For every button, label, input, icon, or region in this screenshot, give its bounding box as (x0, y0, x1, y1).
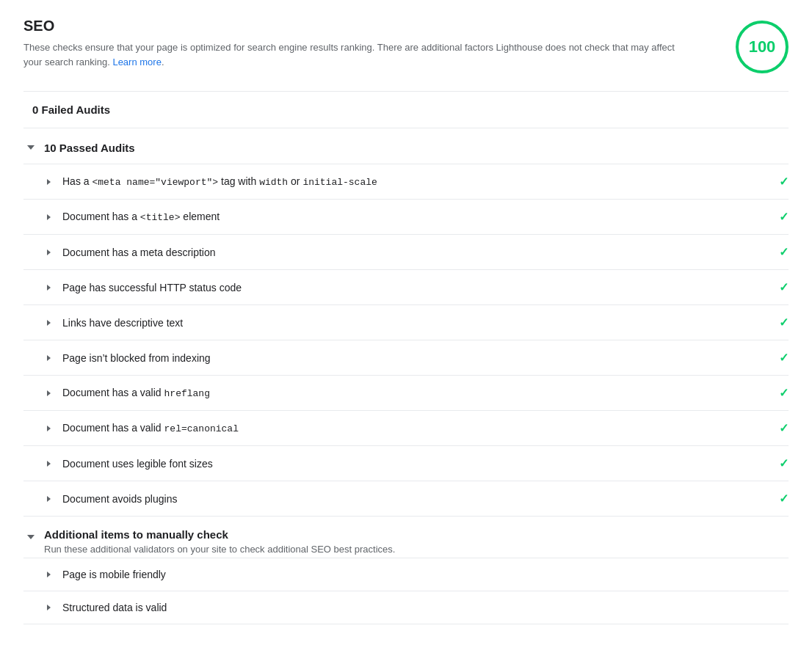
audit-text-meta-desc: Document has a meta description (62, 247, 767, 258)
audit-check-title: ✓ (779, 210, 789, 224)
section-description: These checks ensure that your page is op… (23, 40, 684, 69)
audit-chevron-plugins (47, 496, 51, 502)
audit-text-http-status: Page has successful HTTP status code (62, 282, 767, 293)
passed-audits-label: 10 Passed Audits (44, 142, 135, 154)
audit-text-font-sizes: Document uses legible font sizes (62, 458, 767, 470)
passed-audits-section-header[interactable]: 10 Passed Audits (23, 128, 789, 164)
chevron-down-icon (27, 145, 35, 150)
audit-item-canonical[interactable]: Document has a valid rel=canonical ✓ (23, 411, 789, 446)
audit-text-indexing: Page isn’t blocked from indexing (62, 352, 767, 364)
chevron-right-icon (47, 605, 51, 610)
chevron-right-icon (47, 572, 51, 577)
audit-check-viewport: ✓ (779, 175, 789, 189)
manual-audit-structured-data[interactable]: Structured data is valid (23, 591, 789, 624)
audit-item-indexing[interactable]: Page isn’t blocked from indexing ✓ (23, 340, 789, 376)
chevron-right-icon (47, 426, 51, 431)
audit-check-links: ✓ (779, 315, 789, 329)
passed-audits-chevron-icon (23, 140, 38, 155)
audit-text-hreflang: Document has a valid hreflang (62, 387, 767, 399)
audit-text-canonical: Document has a valid rel=canonical (62, 422, 767, 434)
additional-chevron-icon (23, 530, 38, 544)
audit-item-title[interactable]: Document has a <title> element ✓ (23, 200, 789, 235)
code-hreflang: hreflang (164, 388, 210, 399)
seo-header: SEO These checks ensure that your page i… (23, 18, 789, 73)
code-meta-viewport: <meta name="viewport"> (92, 177, 218, 188)
code-width: width (259, 177, 288, 188)
audit-chevron-font-sizes (47, 461, 51, 467)
audit-chevron-links (47, 320, 51, 326)
additional-header-content: Additional items to manually check Run t… (44, 528, 789, 555)
audit-text-viewport: Has a <meta name="viewport"> tag with wi… (62, 175, 767, 188)
chevron-right-icon (47, 461, 51, 467)
code-canonical: rel=canonical (164, 423, 239, 434)
audit-chevron-structured-data (47, 605, 51, 610)
audit-item-hreflang[interactable]: Document has a valid hreflang ✓ (23, 376, 789, 411)
audit-text-structured-data: Structured data is valid (62, 602, 789, 613)
audit-check-font-sizes: ✓ (779, 456, 789, 470)
code-title-tag: <title> (140, 212, 181, 223)
audit-text-mobile: Page is mobile friendly (62, 569, 789, 580)
audit-chevron-title (47, 214, 51, 220)
header-content: SEO These checks ensure that your page i… (23, 18, 684, 69)
audit-text-title: Document has a <title> element (62, 211, 767, 223)
audit-check-meta-desc: ✓ (779, 245, 789, 259)
additional-description: Run these additional validators on your … (44, 544, 789, 555)
failed-audits-header: 0 Failed Audits (23, 92, 789, 128)
audit-chevron-mobile (47, 572, 51, 577)
score-circle: 100 (736, 21, 789, 73)
chevron-right-icon (47, 179, 51, 185)
score-value: 100 (749, 37, 776, 56)
code-initial-scale: initial-scale (302, 177, 377, 188)
chevron-right-icon (47, 320, 51, 326)
audit-check-plugins: ✓ (779, 492, 789, 506)
learn-more-link[interactable]: Learn more (112, 56, 161, 68)
chevron-right-icon (47, 214, 51, 220)
audit-chevron-hreflang (47, 390, 51, 396)
passed-audits-list: Has a <meta name="viewport"> tag with wi… (23, 164, 789, 517)
audit-item-font-sizes[interactable]: Document uses legible font sizes ✓ (23, 446, 789, 481)
audit-text-plugins: Document avoids plugins (62, 493, 767, 505)
audit-item-viewport[interactable]: Has a <meta name="viewport"> tag with wi… (23, 164, 789, 200)
audit-chevron-indexing (47, 355, 51, 361)
audit-check-indexing: ✓ (779, 351, 789, 365)
audit-text-links: Links have descriptive text (62, 317, 767, 329)
audit-chevron-viewport (47, 179, 51, 185)
audit-item-links[interactable]: Links have descriptive text ✓ (23, 305, 789, 340)
manual-audit-mobile[interactable]: Page is mobile friendly (23, 558, 789, 591)
audit-check-http-status: ✓ (779, 280, 789, 294)
chevron-right-icon (47, 496, 51, 502)
chevron-right-icon (47, 249, 51, 255)
additional-title: Additional items to manually check (44, 528, 789, 541)
chevron-right-icon (47, 285, 51, 291)
audit-item-meta-desc[interactable]: Document has a meta description ✓ (23, 235, 789, 270)
additional-items-header[interactable]: Additional items to manually check Run t… (23, 517, 789, 558)
chevron-right-icon (47, 355, 51, 361)
audit-item-plugins[interactable]: Document avoids plugins ✓ (23, 481, 789, 517)
failed-audits-label: 0 Failed Audits (32, 103, 110, 116)
additional-items-section: Additional items to manually check Run t… (23, 517, 789, 624)
audit-check-hreflang: ✓ (779, 386, 789, 400)
audit-chevron-meta-desc (47, 249, 51, 255)
audit-chevron-canonical (47, 426, 51, 431)
audit-check-canonical: ✓ (779, 421, 789, 435)
chevron-down-icon (27, 535, 35, 539)
section-title: SEO (23, 18, 684, 34)
audit-item-http-status[interactable]: Page has successful HTTP status code ✓ (23, 270, 789, 305)
chevron-right-icon (47, 390, 51, 396)
audit-chevron-http-status (47, 285, 51, 291)
